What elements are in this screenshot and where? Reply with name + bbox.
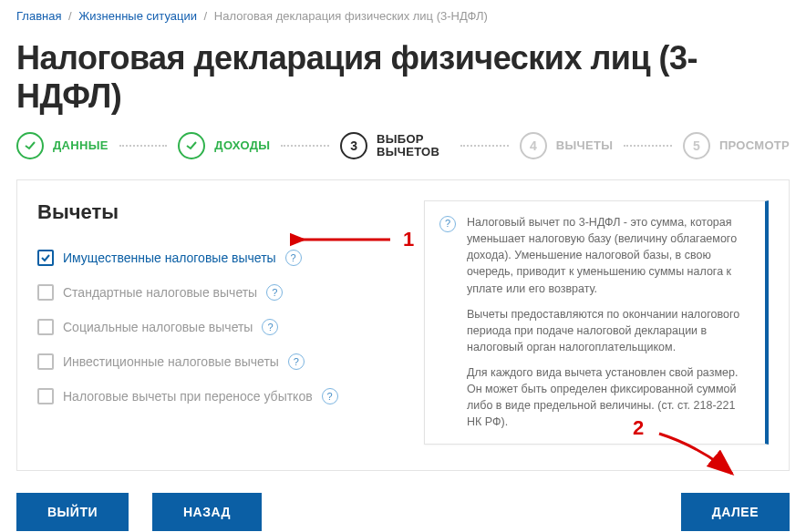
help-icon[interactable]: ?: [285, 250, 302, 266]
checkbox-label[interactable]: Инвестиционные налоговые вычеты: [63, 354, 279, 369]
checkbox-row-investment: Инвестиционные налоговые вычеты ?: [37, 344, 404, 379]
info-paragraph: Для каждого вида вычета установлен свой …: [467, 364, 750, 431]
info-column: ? Налоговый вычет по 3-НДФЛ - это сумма,…: [424, 200, 769, 445]
page-title: Налоговая декларация физических лиц (3-Н…: [0, 26, 806, 132]
step-label: ДАННЫЕ: [53, 139, 108, 152]
section-title: Вычеты: [37, 200, 404, 224]
step-deductions[interactable]: 4 ВЫЧЕТЫ: [520, 132, 613, 159]
info-box: ? Налоговый вычет по 3-НДФЛ - это сумма,…: [424, 200, 769, 445]
step-label: ПРОСМОТР: [719, 139, 790, 152]
step-connector: [119, 145, 168, 147]
checkbox-row-social: Социальные налоговые вычеты ?: [37, 310, 404, 344]
checkbox-losses[interactable]: [37, 388, 54, 404]
step-label: ДОХОДЫ: [214, 139, 270, 152]
deductions-form: Вычеты Имущественные налоговые вычеты ? …: [37, 200, 404, 445]
breadcrumb-level2[interactable]: Жизненные ситуации: [78, 9, 197, 23]
checkbox-row-standard: Стандартные налоговые вычеты ?: [37, 275, 404, 310]
info-text: Налоговый вычет по 3-НДФЛ - это сумма, к…: [467, 214, 750, 431]
checkbox-investment[interactable]: [37, 353, 54, 370]
help-icon[interactable]: ?: [288, 353, 305, 370]
step-number: 5: [683, 132, 710, 159]
info-paragraph: Вычеты предоставляются по окончании нало…: [467, 306, 750, 355]
step-data[interactable]: ДАННЫЕ: [16, 132, 108, 159]
button-row: ВЫЙТИ НАЗАД ДАЛЕЕ: [0, 471, 806, 531]
check-icon: [178, 132, 205, 159]
next-button[interactable]: ДАЛЕЕ: [681, 493, 790, 531]
stepper: ДАННЫЕ ДОХОДЫ 3 ВЫБОР ВЫЧЕТОВ 4 ВЫЧЕТЫ 5…: [0, 132, 806, 179]
check-icon: [16, 132, 44, 159]
checkbox-label[interactable]: Имущественные налоговые вычеты: [63, 251, 276, 265]
help-icon[interactable]: ?: [262, 319, 278, 335]
info-icon: ?: [439, 216, 456, 232]
step-connector: [460, 145, 509, 147]
checkbox-row-property: Имущественные налоговые вычеты ?: [37, 240, 404, 275]
step-label: ВЫБОР ВЫЧЕТОВ: [377, 133, 450, 159]
step-number: 4: [520, 132, 547, 159]
breadcrumb-home[interactable]: Главная: [16, 9, 61, 23]
help-icon[interactable]: ?: [322, 388, 338, 404]
checkbox-row-losses: Налоговые вычеты при переносе убытков ?: [37, 379, 404, 414]
step-number: 3: [340, 132, 367, 159]
step-connector: [281, 145, 329, 147]
checkbox-property[interactable]: [37, 250, 54, 266]
step-income[interactable]: ДОХОДЫ: [178, 132, 270, 159]
checkbox-standard[interactable]: [37, 284, 54, 301]
checkbox-label[interactable]: Социальные налоговые вычеты: [63, 320, 253, 334]
exit-button[interactable]: ВЫЙТИ: [16, 493, 129, 531]
annotation-label-2: 2: [633, 416, 644, 440]
checkbox-label[interactable]: Стандартные налоговые вычеты: [63, 285, 257, 300]
info-paragraph: Налоговый вычет по 3-НДФЛ - это сумма, к…: [467, 214, 750, 297]
breadcrumb: Главная / Жизненные ситуации / Налоговая…: [0, 0, 806, 26]
main-panel: Вычеты Имущественные налоговые вычеты ? …: [16, 179, 790, 471]
annotation-label-1: 1: [403, 228, 414, 251]
breadcrumb-current: Налоговая декларация физических лиц (3-Н…: [214, 9, 488, 23]
checkbox-social[interactable]: [37, 319, 54, 335]
step-connector: [624, 145, 672, 147]
back-button[interactable]: НАЗАД: [152, 493, 262, 531]
help-icon[interactable]: ?: [266, 284, 283, 301]
checkbox-label[interactable]: Налоговые вычеты при переносе убытков: [63, 389, 313, 404]
step-review[interactable]: 5 ПРОСМОТР: [683, 132, 790, 159]
step-label: ВЫЧЕТЫ: [556, 139, 613, 152]
step-deduction-choice[interactable]: 3 ВЫБОР ВЫЧЕТОВ: [340, 132, 450, 159]
